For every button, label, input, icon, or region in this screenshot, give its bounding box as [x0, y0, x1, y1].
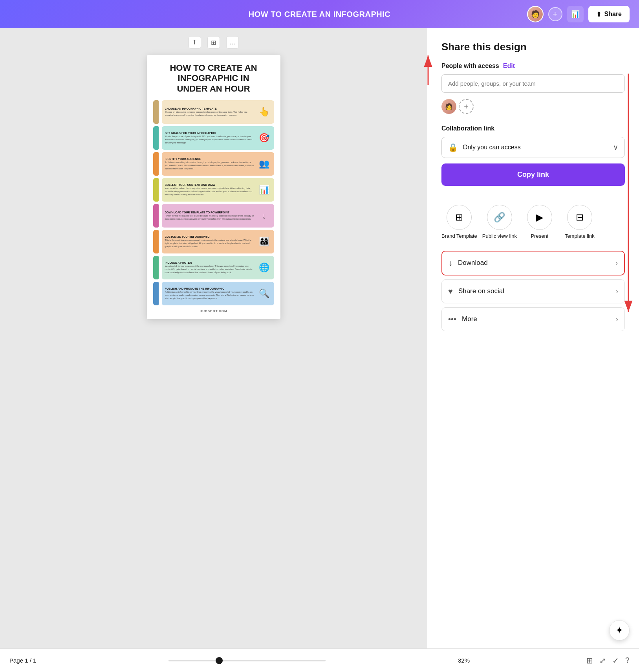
infographic-footer: HUBSPOT.COM	[153, 309, 274, 313]
list-item-label-more: More	[462, 315, 616, 323]
edit-link[interactable]: Edit	[503, 62, 515, 70]
list-items-container: ↓ Download › ♥ Share on social › ••• Mor…	[441, 251, 625, 331]
canvas-area: T ⊞ … HOW TO CREATE AN INFOGRAPHIC IN UN…	[0, 28, 427, 648]
zoom-slider-area	[168, 660, 326, 661]
infographic-preview: HOW TO CREATE AN INFOGRAPHIC IN UNDER AN…	[147, 55, 280, 319]
infographic-step-6: INCLUDE A FOOTER Include a link to your …	[153, 256, 274, 279]
header-right: 🧑 + 📊 ⬆ Share	[527, 6, 630, 22]
infographic-step-7: PUBLISH AND PROMOTE THE INFOGRAPHIC Publ…	[153, 282, 274, 305]
action-circle-present: ▶	[527, 205, 552, 230]
list-item-icon-download: ↓	[449, 259, 452, 268]
list-item-chevron-download: ›	[615, 259, 618, 267]
action-label-brand-template: Brand Template	[441, 233, 477, 240]
share-button[interactable]: ⬆ Share	[588, 6, 630, 22]
layout-toolbar-icon[interactable]: ⊞	[207, 36, 220, 49]
main-area: T ⊞ … HOW TO CREATE AN INFOGRAPHIC IN UN…	[0, 28, 639, 648]
magic-button[interactable]: ✦	[609, 620, 630, 641]
share-panel: Share this design People with access Edi…	[427, 28, 639, 648]
add-button[interactable]: +	[548, 7, 562, 21]
copy-link-button[interactable]: Copy link	[441, 163, 625, 186]
infographic-step-3: COLLECT YOUR CONTENT AND DATA You can ei…	[153, 178, 274, 202]
action-icons-row: ⊞ Brand Template 🔗 Public view link ▶ Pr…	[441, 205, 625, 240]
analytics-icon[interactable]: 📊	[567, 6, 584, 22]
header: HOW TO CREATE AN INFOGRAPHIC 🧑 + 📊 ⬆ Sha…	[0, 0, 639, 28]
share-upload-icon: ⬆	[596, 11, 601, 18]
infographic-steps: CHOOSE AN INFOGRAPHIC TEMPLATE Choose an…	[153, 100, 274, 305]
action-circle-public-view-link: 🔗	[487, 205, 512, 230]
action-present[interactable]: ▶ Present	[522, 205, 557, 240]
expand-icon[interactable]: ⤢	[599, 656, 606, 665]
infographic-step-5: CUSTOMIZE YOUR INFOGRAPHIC This is the m…	[153, 230, 274, 253]
list-item-icon-share-on-social: ♥	[448, 287, 453, 296]
zoom-percentage: 32%	[458, 657, 470, 664]
avatar[interactable]: 🧑	[527, 6, 544, 22]
infographic-title: HOW TO CREATE AN INFOGRAPHIC IN UNDER AN…	[153, 63, 274, 94]
text-toolbar-icon[interactable]: T	[189, 36, 201, 49]
collab-label: Collaboration link	[441, 125, 625, 132]
list-item-chevron-share-on-social: ›	[616, 287, 618, 296]
bottom-icons: ⊞ ⤢ ✓ ?	[586, 656, 630, 665]
bottom-bar: Page 1 / 1 32% ⊞ ⤢ ✓ ?	[0, 648, 639, 672]
list-item-share-on-social[interactable]: ♥ Share on social ›	[441, 279, 625, 303]
avatar-row: 🧑 +	[441, 99, 625, 114]
chevron-down-icon: ∨	[613, 143, 618, 152]
share-button-label: Share	[604, 11, 622, 18]
list-item-download[interactable]: ↓ Download ›	[441, 251, 625, 275]
infographic-step-2: IDENTIFY YOUR AUDIENCE To deliver compel…	[153, 152, 274, 176]
add-people-input[interactable]	[441, 74, 625, 93]
grid-view-icon[interactable]: ⊞	[586, 656, 593, 665]
list-item-label-download: Download	[458, 259, 615, 267]
help-icon[interactable]: ?	[625, 656, 630, 665]
document-title: HOW TO CREATE AN INFOGRAPHIC	[249, 10, 390, 19]
action-template-link[interactable]: ⊟ Template link	[562, 205, 597, 240]
lock-icon: 🔒	[448, 143, 458, 152]
canvas-toolbar: T ⊞ …	[189, 36, 239, 49]
page-indicator: Page 1 / 1	[9, 657, 36, 664]
action-circle-template-link: ⊟	[567, 205, 592, 230]
zoom-slider-thumb[interactable]	[216, 657, 223, 664]
infographic-step-1: SET GOALS FOR YOUR INFOGRAPHIC What's th…	[153, 126, 274, 150]
action-label-present: Present	[531, 233, 548, 240]
action-brand-template[interactable]: ⊞ Brand Template	[441, 205, 477, 240]
collab-section: Collaboration link 🔒 Only you can access…	[441, 125, 625, 197]
people-section-label: People with access Edit	[441, 62, 625, 70]
people-label: People with access	[441, 62, 499, 70]
list-item-more[interactable]: ••• More ›	[441, 307, 625, 331]
add-user-button[interactable]: +	[459, 99, 474, 114]
access-dropdown[interactable]: 🔒 Only you can access ∨	[441, 137, 625, 158]
avatar-image: 🧑	[528, 7, 543, 22]
access-text: Only you can access	[463, 144, 608, 151]
list-item-chevron-more: ›	[616, 315, 618, 323]
panel-title: Share this design	[441, 41, 625, 53]
action-label-public-view-link: Public view link	[482, 233, 517, 240]
list-item-label-share-on-social: Share on social	[458, 287, 616, 295]
more-toolbar-icon[interactable]: …	[226, 36, 239, 49]
check-icon[interactable]: ✓	[612, 656, 619, 665]
zoom-slider-track[interactable]	[168, 660, 326, 661]
list-item-icon-more: •••	[448, 315, 456, 324]
action-label-template-link: Template link	[565, 233, 595, 240]
action-public-view-link[interactable]: 🔗 Public view link	[482, 205, 517, 240]
infographic-step-4: DOWNLOAD YOUR TEMPLATE TO POWERPOINT Pow…	[153, 204, 274, 228]
action-circle-brand-template: ⊞	[447, 205, 472, 230]
user-avatar: 🧑	[441, 99, 456, 114]
infographic-step-0: CHOOSE AN INFOGRAPHIC TEMPLATE Choose an…	[153, 100, 274, 124]
